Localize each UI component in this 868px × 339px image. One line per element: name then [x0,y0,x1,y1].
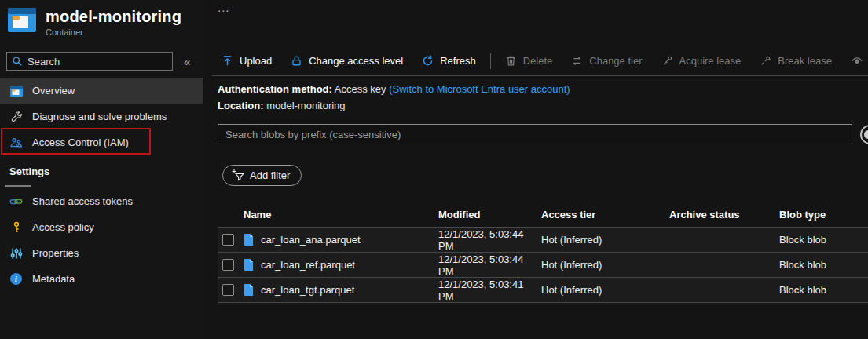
table-header-row: Name Modified Access tier Archive status… [218,202,868,228]
more-options-button[interactable]: ... [218,1,230,14]
sidebar-item-label: Access Control (IAM) [32,137,129,148]
add-filter-button[interactable]: Add filter [222,165,302,186]
auth-method-value: Access key [335,83,386,95]
file-icon [244,259,254,271]
table-row: car_loan_ref.parquet 12/1/2023, 5:03:44 … [218,253,868,278]
blob-type-cell: Block blob [779,234,868,246]
change-tier-button: Change tier [562,46,651,75]
toolbar-divider [490,53,491,69]
container-icon [8,8,36,32]
sidebar-item-metadata[interactable]: i Metadata [0,266,203,292]
page-subtitle: Container [46,27,181,37]
sidebar-settings-nav: Shared access tokens Access policy Prope… [0,188,203,292]
row-checkbox-cell [218,284,240,296]
view-snapshots-button: View snap [841,46,868,75]
blob-name-link[interactable]: car_loan_tgt.parquet [261,284,354,296]
file-icon [244,234,254,246]
blob-name-cell: car_loan_ana.parquet [240,234,438,246]
row-checkbox[interactable] [222,234,234,246]
modified-cell: 12/1/2023, 5:03:44 PM [438,253,541,277]
modified-cell: 12/1/2023, 5:03:44 PM [438,228,541,252]
sidebar-item-diagnose[interactable]: Diagnose and solve problems [0,104,203,129]
blob-name-link[interactable]: car_loan_ana.parquet [261,234,361,246]
break-lease-icon [760,55,771,67]
row-checkbox-cell [218,259,240,271]
sidebar-item-label: Overview [32,85,75,97]
sidebar-item-access-control-iam[interactable]: Access Control (IAM) [0,129,203,155]
toolbar-label: Break lease [778,55,832,67]
row-checkbox-cell [218,234,240,246]
container-title-block: model-monitoring Container [46,8,181,37]
auth-method-label: Authentication method: [218,83,332,95]
access-tier-cell: Hot (Inferred) [541,284,669,296]
switch-entra-link[interactable]: (Switch to Microsoft Entra user account) [389,83,570,95]
sidebar-search-input[interactable] [27,56,153,67]
sidebar-item-properties[interactable]: Properties [0,240,203,266]
upload-button[interactable]: Upload [212,46,281,75]
blob-type-cell: Block blob [779,284,868,296]
add-filter-icon [231,169,244,182]
blob-name-cell: car_loan_ref.parquet [240,259,438,271]
toolbar: Upload Change access level Refresh Delet… [212,46,868,76]
column-header-archive-status[interactable]: Archive status [669,209,779,221]
container-header: model-monitoring Container [0,0,203,37]
lease-icon [661,55,673,67]
access-tier-cell: Hot (Inferred) [541,259,669,271]
clipped-circle-button[interactable] [860,125,868,144]
authentication-method-line: Authentication method: Access key (Switc… [218,83,570,95]
sidebar-search-box[interactable] [6,52,173,71]
sidebar-nav: Overview Diagnose and solve problems Acc… [0,78,203,155]
location-label: Location: [218,100,264,111]
file-icon [244,284,254,296]
refresh-button[interactable]: Refresh [412,46,485,75]
column-header-access-tier[interactable]: Access tier [541,209,669,221]
sidebar: model-monitoring Container « Overview Di… [0,0,203,339]
column-header-modified[interactable]: Modified [438,209,541,221]
toolbar-label: Acquire lease [679,55,742,67]
search-icon [12,56,23,67]
people-icon [9,136,23,149]
settings-divider [5,185,31,187]
location-value: model-monitoring [266,100,345,111]
key-icon [9,221,23,234]
info-icon: i [9,272,23,286]
sidebar-item-label: Access policy [32,221,94,233]
location-line: Location: model-monitoring [218,100,346,111]
delete-button: Delete [496,46,562,75]
table-row: car_loan_tgt.parquet 12/1/2023, 5:03:41 … [218,278,868,303]
container-overview-icon [9,84,23,97]
sidebar-item-label: Diagnose and solve problems [32,111,167,122]
blob-search-box[interactable] [218,124,852,144]
sidebar-item-label: Shared access tokens [32,195,133,207]
modified-cell: 12/1/2023, 5:03:41 PM [438,279,541,302]
toolbar-label: Change tier [589,55,642,67]
wrench-icon [9,110,23,123]
add-filter-label: Add filter [250,170,290,181]
access-tier-cell: Hot (Inferred) [541,234,669,246]
page-title: model-monitoring [46,8,181,25]
toolbar-label: Change access level [309,55,403,67]
upload-icon [222,55,233,67]
sidebar-item-shared-access-tokens[interactable]: Shared access tokens [0,188,203,214]
toolbar-label: Upload [240,55,272,67]
change-access-level-button[interactable]: Change access level [281,46,412,75]
toolbar-label: Refresh [440,55,476,67]
table-body: car_loan_ana.parquet 12/1/2023, 5:03:44 … [218,228,868,303]
row-checkbox[interactable] [222,259,234,271]
settings-heading: Settings [9,166,49,177]
column-header-name[interactable]: Name [240,209,438,221]
column-header-blob-type[interactable]: Blob type [779,209,868,221]
sidebar-search-row: « [6,52,196,71]
collapse-sidebar-button[interactable]: « [184,55,190,68]
link-icon [9,195,23,208]
sliders-icon [9,246,23,260]
sidebar-item-access-policy[interactable]: Access policy [0,214,203,240]
refresh-icon [422,55,434,67]
row-checkbox[interactable] [222,284,234,296]
blob-type-cell: Block blob [779,259,868,271]
blob-name-link[interactable]: car_loan_ref.parquet [261,259,355,271]
acquire-lease-button: Acquire lease [652,46,751,75]
sidebar-item-overview[interactable]: Overview [0,78,203,104]
blob-search-input[interactable] [218,129,852,140]
trash-icon [505,55,517,67]
